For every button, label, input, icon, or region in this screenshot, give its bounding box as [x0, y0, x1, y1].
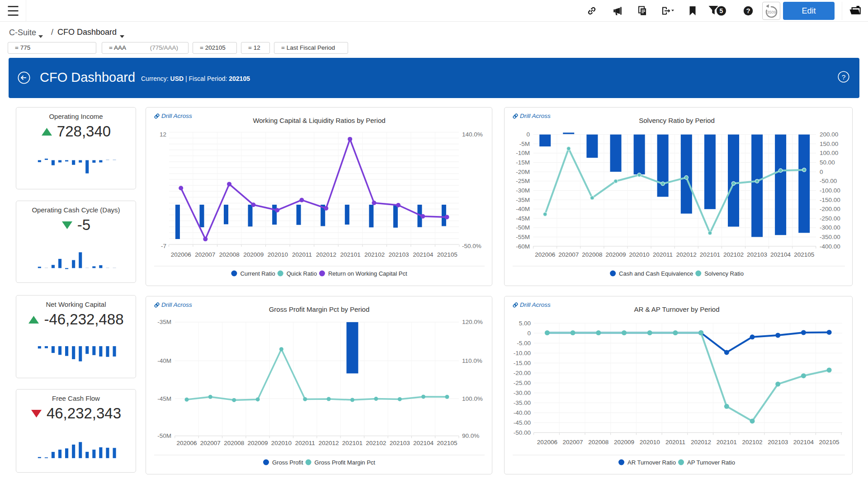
svg-text:-40.00: -40.00 — [514, 409, 531, 416]
svg-text:202007: 202007 — [558, 251, 579, 258]
svg-text:202105: 202105 — [437, 251, 458, 258]
svg-text:-5.00: -5.00 — [517, 340, 531, 347]
svg-text:12: 12 — [160, 131, 166, 138]
svg-text:202007: 202007 — [200, 440, 221, 446]
svg-text:-35M: -35M — [157, 319, 171, 325]
svg-text:202007: 202007 — [563, 439, 583, 446]
svg-text:Drill Across: Drill Across — [520, 113, 551, 119]
svg-text:202012: 202012 — [319, 440, 339, 446]
svg-text:Drill Across: Drill Across — [161, 113, 192, 119]
svg-text:Return on Working Capital Pct: Return on Working Capital Pct — [328, 270, 407, 277]
svg-text:-250.00: -250.00 — [820, 215, 840, 222]
svg-text:202102: 202102 — [366, 440, 386, 446]
svg-text:Drill Across: Drill Across — [161, 301, 192, 308]
svg-text:202104: 202104 — [413, 251, 434, 258]
svg-text:-50.00: -50.00 — [514, 429, 531, 436]
svg-text:-10M: -10M — [516, 150, 530, 156]
svg-text:Gross Profit Margin Pct by Per: Gross Profit Margin Pct by Period — [269, 305, 370, 313]
svg-text:202101: 202101 — [717, 439, 737, 446]
svg-text:5.00: 5.00 — [519, 320, 531, 327]
svg-text:202006: 202006 — [171, 251, 191, 258]
svg-text:202105: 202105 — [794, 251, 814, 258]
svg-text:202008: 202008 — [224, 440, 244, 446]
svg-text:202104: 202104 — [770, 251, 791, 258]
svg-text:AR Turnover Ratio: AR Turnover Ratio — [627, 459, 676, 466]
svg-text:202102: 202102 — [364, 251, 385, 258]
svg-text:-20.00: -20.00 — [514, 370, 531, 376]
svg-text:202006: 202006 — [537, 439, 557, 446]
svg-text:202104: 202104 — [793, 439, 814, 446]
svg-text:100.00: 100.00 — [820, 150, 838, 156]
svg-text:202101: 202101 — [340, 251, 360, 258]
svg-text:-350.00: -350.00 — [820, 234, 840, 240]
svg-text:-7: -7 — [161, 243, 166, 249]
svg-text:-30.00: -30.00 — [514, 389, 531, 396]
svg-text:202104: 202104 — [413, 440, 434, 446]
svg-text:-55M: -55M — [516, 234, 530, 240]
svg-text:202012: 202012 — [316, 251, 336, 258]
svg-text:Drill Across: Drill Across — [520, 301, 551, 308]
svg-text:100.0%: 100.0% — [462, 395, 483, 402]
svg-text:-20M: -20M — [516, 169, 530, 175]
svg-text:202102: 202102 — [742, 439, 762, 446]
svg-text:202009: 202009 — [248, 440, 268, 446]
svg-text:202008: 202008 — [588, 439, 609, 446]
svg-text:202103: 202103 — [747, 251, 767, 258]
svg-text:-35.00: -35.00 — [514, 399, 531, 406]
svg-text:202007: 202007 — [195, 251, 215, 258]
svg-text:-45M: -45M — [157, 395, 171, 402]
svg-text:-45.00: -45.00 — [514, 419, 531, 426]
svg-text:?: ? — [746, 7, 750, 14]
svg-text:120.0%: 120.0% — [462, 319, 483, 325]
svg-text:140.0%: 140.0% — [462, 131, 483, 138]
svg-text:-5M: -5M — [519, 141, 530, 147]
svg-text:Solvency Ratio: Solvency Ratio — [704, 270, 744, 277]
svg-text:-400.00: -400.00 — [820, 243, 840, 250]
svg-text:-40M: -40M — [157, 357, 171, 364]
svg-text:-35M: -35M — [516, 197, 530, 203]
svg-text:-150.00: -150.00 — [820, 197, 840, 203]
svg-text:-50M: -50M — [516, 224, 530, 231]
svg-text:?: ? — [842, 73, 846, 81]
svg-text:3509: 3509 — [767, 10, 776, 14]
svg-text:202011: 202011 — [653, 251, 673, 258]
svg-text:-50.0%: -50.0% — [462, 243, 481, 249]
svg-text:Gross Profit Margin Pct: Gross Profit Margin Pct — [315, 459, 376, 466]
svg-text:-50.00: -50.00 — [820, 178, 837, 184]
svg-text:202010: 202010 — [268, 251, 288, 258]
svg-text:-60M: -60M — [516, 243, 530, 250]
svg-text:0: 0 — [820, 169, 823, 175]
svg-text:202009: 202009 — [605, 251, 626, 258]
svg-text:Gross Profit: Gross Profit — [272, 459, 303, 466]
svg-text:202101: 202101 — [342, 440, 363, 446]
svg-text:-40M: -40M — [516, 206, 530, 212]
svg-text:202012: 202012 — [676, 251, 697, 258]
svg-text:-10.00: -10.00 — [514, 350, 531, 357]
svg-text:202006: 202006 — [176, 440, 197, 446]
svg-text:Current Ratio: Current Ratio — [240, 270, 275, 277]
svg-text:202101: 202101 — [700, 251, 720, 258]
svg-text:-15.00: -15.00 — [514, 360, 531, 366]
svg-text:202008: 202008 — [219, 251, 240, 258]
svg-text:AR & AP Turnover by Period: AR & AP Turnover by Period — [634, 305, 720, 313]
svg-text:202010: 202010 — [629, 251, 650, 258]
svg-text:-15M: -15M — [516, 159, 530, 166]
svg-text:-30M: -30M — [516, 187, 530, 194]
svg-text:0: 0 — [527, 330, 531, 337]
svg-text:202009: 202009 — [243, 251, 264, 258]
svg-text:5: 5 — [720, 7, 723, 14]
svg-text:Quick Ratio: Quick Ratio — [287, 270, 317, 277]
svg-text:202011: 202011 — [295, 440, 315, 446]
svg-text:202010: 202010 — [640, 439, 660, 446]
svg-text:202012: 202012 — [691, 439, 711, 446]
svg-text:50.00: 50.00 — [820, 159, 835, 166]
svg-text:-100.00: -100.00 — [820, 187, 840, 194]
svg-text:202103: 202103 — [389, 251, 409, 258]
svg-text:202006: 202006 — [535, 251, 555, 258]
svg-text:202011: 202011 — [292, 251, 312, 258]
svg-text:-50M: -50M — [157, 432, 171, 439]
svg-text:-300.00: -300.00 — [820, 224, 840, 231]
svg-text:AP Turnover Ratio: AP Turnover Ratio — [687, 459, 735, 466]
svg-text:-25.00: -25.00 — [514, 380, 531, 386]
svg-text:202105: 202105 — [437, 440, 457, 446]
